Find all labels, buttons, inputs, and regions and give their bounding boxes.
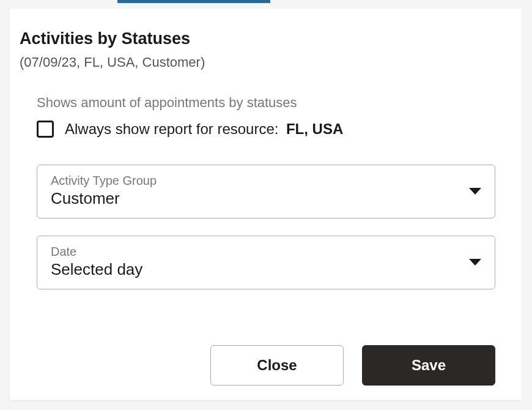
date-select[interactable]: Date Selected day bbox=[37, 236, 495, 289]
activity-type-group-select[interactable]: Activity Type Group Customer bbox=[37, 165, 495, 218]
date-select-text: Date Selected day bbox=[51, 245, 142, 279]
date-label: Date bbox=[51, 245, 142, 259]
date-value: Selected day bbox=[51, 260, 142, 279]
report-description: Shows amount of appointments by statuses bbox=[37, 95, 495, 111]
dialog-button-row: Close Save bbox=[20, 345, 512, 386]
active-tab-indicator bbox=[117, 0, 270, 3]
activity-type-group-label: Activity Type Group bbox=[51, 174, 157, 188]
dialog-content: Shows amount of appointments by statuses… bbox=[20, 95, 512, 345]
dialog-subtitle: (07/09/23, FL, USA, Customer) bbox=[20, 54, 512, 70]
chevron-down-icon bbox=[469, 188, 481, 195]
always-show-value: FL, USA bbox=[286, 121, 343, 137]
always-show-checkbox[interactable] bbox=[37, 121, 54, 138]
always-show-label: Always show report for resource: bbox=[65, 121, 278, 137]
activities-by-statuses-dialog: Activities by Statuses (07/09/23, FL, US… bbox=[10, 9, 522, 400]
close-button[interactable]: Close bbox=[210, 345, 344, 386]
activity-type-group-value: Customer bbox=[51, 189, 157, 208]
save-button[interactable]: Save bbox=[362, 345, 495, 386]
chevron-down-icon bbox=[469, 259, 481, 266]
always-show-row: Always show report for resource: FL, USA bbox=[37, 121, 495, 138]
dialog-title: Activities by Statuses bbox=[20, 29, 512, 48]
activity-type-group-text: Activity Type Group Customer bbox=[51, 174, 157, 208]
always-show-text: Always show report for resource: FL, USA bbox=[65, 121, 343, 138]
